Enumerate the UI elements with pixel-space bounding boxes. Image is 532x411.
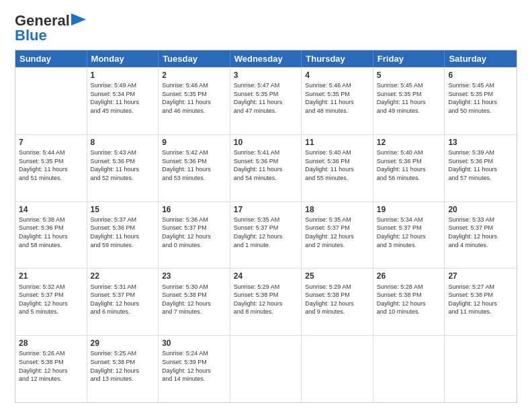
day-number: 3 <box>234 70 298 81</box>
calendar-header: SundayMondayTuesdayWednesdayThursdayFrid… <box>15 50 517 67</box>
day-number: 26 <box>377 271 441 281</box>
calendar-cell <box>15 68 87 134</box>
day-number: 14 <box>19 204 83 215</box>
calendar-cell: 6Sunrise: 5:45 AM Sunset: 5:35 PM Daylig… <box>445 68 517 134</box>
calendar-cell: 9Sunrise: 5:42 AM Sunset: 5:36 PM Daylig… <box>159 135 230 201</box>
cell-info: Sunrise: 5:37 AM Sunset: 5:36 PM Dayligh… <box>91 216 155 249</box>
cell-info: Sunrise: 5:33 AM Sunset: 5:37 PM Dayligh… <box>448 216 513 249</box>
day-number: 21 <box>19 271 83 281</box>
day-number: 13 <box>448 137 513 148</box>
page: General Blue SundayMondayTuesdayWednesda… <box>0 0 532 411</box>
day-number: 22 <box>91 271 155 281</box>
day-number: 24 <box>234 271 298 281</box>
calendar-cell: 22Sunrise: 5:31 AM Sunset: 5:37 PM Dayli… <box>87 269 159 335</box>
calendar-cell: 19Sunrise: 5:34 AM Sunset: 5:37 PM Dayli… <box>373 202 445 269</box>
day-number: 25 <box>305 271 369 281</box>
calendar-cell <box>445 336 517 402</box>
cell-info: Sunrise: 5:49 AM Sunset: 5:34 PM Dayligh… <box>91 81 155 115</box>
calendar-cell: 18Sunrise: 5:35 AM Sunset: 5:37 PM Dayli… <box>302 202 373 269</box>
calendar-cell: 30Sunrise: 5:24 AM Sunset: 5:39 PM Dayli… <box>159 336 230 402</box>
calendar-cell: 24Sunrise: 5:29 AM Sunset: 5:38 PM Dayli… <box>230 269 302 335</box>
day-number: 1 <box>91 70 155 81</box>
cell-info: Sunrise: 5:44 AM Sunset: 5:35 PM Dayligh… <box>19 148 83 182</box>
cell-info: Sunrise: 5:34 AM Sunset: 5:37 PM Dayligh… <box>377 216 441 249</box>
day-number: 12 <box>377 137 441 148</box>
calendar-cell: 20Sunrise: 5:33 AM Sunset: 5:37 PM Dayli… <box>445 202 517 269</box>
svg-marker-0 <box>71 13 86 26</box>
day-number: 9 <box>162 137 226 148</box>
calendar-cell: 5Sunrise: 5:45 AM Sunset: 5:35 PM Daylig… <box>373 68 445 134</box>
day-number: 8 <box>91 137 155 148</box>
calendar-row-0: 1Sunrise: 5:49 AM Sunset: 5:34 PM Daylig… <box>15 67 517 134</box>
calendar-row-3: 21Sunrise: 5:32 AM Sunset: 5:37 PM Dayli… <box>15 268 517 335</box>
day-number: 4 <box>305 70 369 81</box>
day-number: 16 <box>162 204 226 215</box>
cell-info: Sunrise: 5:29 AM Sunset: 5:38 PM Dayligh… <box>234 283 298 316</box>
day-number: 19 <box>377 204 441 215</box>
logo-arrow-icon <box>71 13 86 26</box>
cell-info: Sunrise: 5:28 AM Sunset: 5:38 PM Dayligh… <box>377 283 441 316</box>
cell-info: Sunrise: 5:36 AM Sunset: 5:37 PM Dayligh… <box>162 216 226 249</box>
cell-info: Sunrise: 5:48 AM Sunset: 5:35 PM Dayligh… <box>162 81 226 115</box>
calendar-cell: 23Sunrise: 5:30 AM Sunset: 5:38 PM Dayli… <box>159 269 230 335</box>
calendar-cell: 10Sunrise: 5:41 AM Sunset: 5:36 PM Dayli… <box>230 135 302 201</box>
day-number: 2 <box>162 70 226 81</box>
calendar-row-4: 28Sunrise: 5:26 AM Sunset: 5:38 PM Dayli… <box>15 335 517 402</box>
cell-info: Sunrise: 5:42 AM Sunset: 5:36 PM Dayligh… <box>162 148 226 182</box>
calendar-cell: 16Sunrise: 5:36 AM Sunset: 5:37 PM Dayli… <box>159 202 230 269</box>
cell-info: Sunrise: 5:38 AM Sunset: 5:36 PM Dayligh… <box>19 216 83 249</box>
calendar-cell: 25Sunrise: 5:29 AM Sunset: 5:38 PM Dayli… <box>302 269 373 335</box>
cell-info: Sunrise: 5:35 AM Sunset: 5:37 PM Dayligh… <box>305 216 369 249</box>
cell-info: Sunrise: 5:27 AM Sunset: 5:38 PM Dayligh… <box>448 283 513 316</box>
calendar-cell: 11Sunrise: 5:40 AM Sunset: 5:36 PM Dayli… <box>302 135 373 201</box>
calendar-cell: 7Sunrise: 5:44 AM Sunset: 5:35 PM Daylig… <box>15 135 87 201</box>
cell-info: Sunrise: 5:32 AM Sunset: 5:37 PM Dayligh… <box>19 283 83 316</box>
cell-info: Sunrise: 5:26 AM Sunset: 5:38 PM Dayligh… <box>19 349 83 383</box>
calendar-cell: 26Sunrise: 5:28 AM Sunset: 5:38 PM Dayli… <box>373 269 445 335</box>
cell-info: Sunrise: 5:41 AM Sunset: 5:36 PM Dayligh… <box>234 148 298 182</box>
weekday-header-monday: Monday <box>87 50 159 67</box>
weekday-header-friday: Friday <box>373 50 445 67</box>
calendar-cell: 3Sunrise: 5:47 AM Sunset: 5:35 PM Daylig… <box>230 68 302 134</box>
logo: General Blue <box>15 12 86 44</box>
calendar-cell: 1Sunrise: 5:49 AM Sunset: 5:34 PM Daylig… <box>87 68 159 134</box>
calendar: SundayMondayTuesdayWednesdayThursdayFrid… <box>15 50 517 403</box>
weekday-header-saturday: Saturday <box>445 50 517 67</box>
cell-info: Sunrise: 5:45 AM Sunset: 5:35 PM Dayligh… <box>448 81 513 115</box>
day-number: 23 <box>162 271 226 281</box>
day-number: 20 <box>448 204 513 215</box>
cell-info: Sunrise: 5:45 AM Sunset: 5:35 PM Dayligh… <box>377 81 441 115</box>
cell-info: Sunrise: 5:39 AM Sunset: 5:36 PM Dayligh… <box>448 148 513 182</box>
calendar-cell: 8Sunrise: 5:43 AM Sunset: 5:36 PM Daylig… <box>87 135 159 201</box>
day-number: 6 <box>448 70 513 81</box>
day-number: 15 <box>91 204 155 215</box>
day-number: 5 <box>377 70 441 81</box>
calendar-cell: 12Sunrise: 5:40 AM Sunset: 5:36 PM Dayli… <box>373 135 445 201</box>
day-number: 7 <box>19 137 83 148</box>
calendar-cell: 14Sunrise: 5:38 AM Sunset: 5:36 PM Dayli… <box>15 202 87 269</box>
weekday-header-thursday: Thursday <box>302 50 373 67</box>
cell-info: Sunrise: 5:24 AM Sunset: 5:39 PM Dayligh… <box>162 349 226 383</box>
cell-info: Sunrise: 5:46 AM Sunset: 5:35 PM Dayligh… <box>305 81 369 115</box>
calendar-cell: 21Sunrise: 5:32 AM Sunset: 5:37 PM Dayli… <box>15 269 87 335</box>
day-number: 30 <box>162 338 226 349</box>
calendar-body: 1Sunrise: 5:49 AM Sunset: 5:34 PM Daylig… <box>15 67 517 402</box>
day-number: 27 <box>448 271 513 281</box>
weekday-header-tuesday: Tuesday <box>159 50 230 67</box>
calendar-cell: 17Sunrise: 5:35 AM Sunset: 5:37 PM Dayli… <box>230 202 302 269</box>
cell-info: Sunrise: 5:43 AM Sunset: 5:36 PM Dayligh… <box>91 148 155 182</box>
cell-info: Sunrise: 5:30 AM Sunset: 5:38 PM Dayligh… <box>162 283 226 316</box>
cell-info: Sunrise: 5:29 AM Sunset: 5:38 PM Dayligh… <box>305 283 369 316</box>
cell-info: Sunrise: 5:35 AM Sunset: 5:37 PM Dayligh… <box>234 216 298 249</box>
cell-info: Sunrise: 5:25 AM Sunset: 5:38 PM Dayligh… <box>91 349 155 383</box>
calendar-cell: 29Sunrise: 5:25 AM Sunset: 5:38 PM Dayli… <box>87 336 159 402</box>
calendar-cell: 13Sunrise: 5:39 AM Sunset: 5:36 PM Dayli… <box>445 135 517 201</box>
calendar-row-2: 14Sunrise: 5:38 AM Sunset: 5:36 PM Dayli… <box>15 201 517 269</box>
calendar-row-1: 7Sunrise: 5:44 AM Sunset: 5:35 PM Daylig… <box>15 134 517 201</box>
day-number: 29 <box>91 338 155 349</box>
day-number: 18 <box>305 204 369 215</box>
calendar-cell <box>373 336 445 402</box>
cell-info: Sunrise: 5:31 AM Sunset: 5:37 PM Dayligh… <box>91 283 155 316</box>
calendar-cell: 4Sunrise: 5:46 AM Sunset: 5:35 PM Daylig… <box>302 68 373 134</box>
logo-blue: Blue <box>15 27 47 44</box>
